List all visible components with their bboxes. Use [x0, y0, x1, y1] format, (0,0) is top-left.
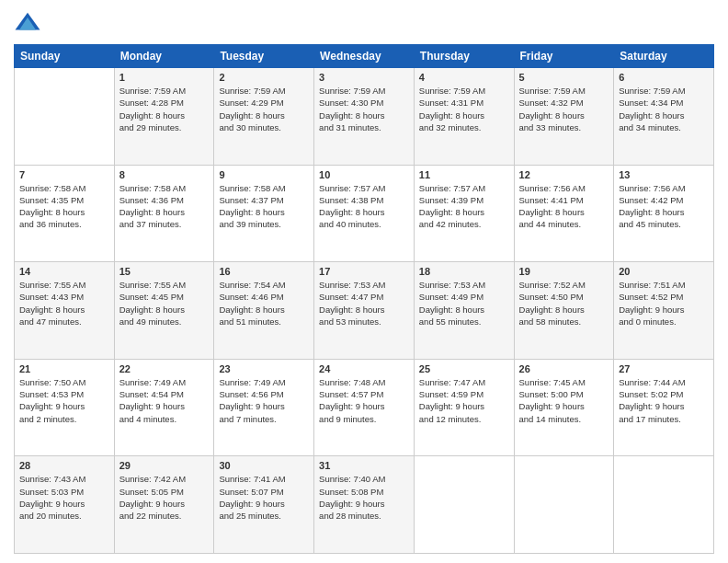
calendar-cell: 4Sunrise: 7:59 AM Sunset: 4:31 PM Daylig… [414, 68, 514, 166]
day-info: Sunrise: 7:55 AM Sunset: 4:43 PM Dayligh… [19, 279, 109, 327]
weekday-header: Wednesday [314, 45, 415, 68]
day-number: 21 [19, 363, 109, 374]
day-info: Sunrise: 7:58 AM Sunset: 4:35 PM Dayligh… [19, 182, 109, 231]
day-info: Sunrise: 7:40 AM Sunset: 5:08 PM Dayligh… [319, 473, 409, 522]
weekday-row: SundayMondayTuesdayWednesdayThursdayFrid… [15, 45, 714, 68]
day-number: 1 [119, 72, 210, 83]
calendar-cell: 28Sunrise: 7:43 AM Sunset: 5:03 PM Dayli… [15, 456, 115, 554]
weekday-header: Monday [114, 45, 214, 68]
day-number: 10 [319, 169, 409, 180]
calendar-week-row: 28Sunrise: 7:43 AM Sunset: 5:03 PM Dayli… [15, 456, 714, 554]
weekday-header: Thursday [414, 45, 514, 68]
header [14, 9, 714, 37]
calendar-cell: 3Sunrise: 7:59 AM Sunset: 4:30 PM Daylig… [314, 68, 415, 166]
page: SundayMondayTuesdayWednesdayThursdayFrid… [0, 0, 728, 563]
day-number: 8 [119, 169, 210, 180]
day-number: 4 [419, 72, 509, 83]
day-number: 25 [419, 363, 509, 374]
day-number: 13 [619, 169, 709, 180]
calendar-cell: 23Sunrise: 7:49 AM Sunset: 4:56 PM Dayli… [214, 359, 314, 456]
calendar-cell: 31Sunrise: 7:40 AM Sunset: 5:08 PM Dayli… [314, 456, 415, 554]
day-info: Sunrise: 7:59 AM Sunset: 4:30 PM Dayligh… [319, 85, 409, 133]
calendar-cell: 24Sunrise: 7:48 AM Sunset: 4:57 PM Dayli… [314, 359, 415, 456]
day-number: 12 [519, 169, 609, 180]
day-number: 5 [519, 72, 609, 83]
day-number: 2 [219, 72, 309, 83]
day-info: Sunrise: 7:53 AM Sunset: 4:49 PM Dayligh… [419, 279, 509, 327]
calendar-week-row: 14Sunrise: 7:55 AM Sunset: 4:43 PM Dayli… [15, 262, 714, 360]
day-number: 7 [19, 169, 109, 180]
calendar-cell: 12Sunrise: 7:56 AM Sunset: 4:41 PM Dayli… [514, 165, 614, 262]
day-info: Sunrise: 7:57 AM Sunset: 4:38 PM Dayligh… [319, 182, 409, 231]
calendar-cell: 5Sunrise: 7:59 AM Sunset: 4:32 PM Daylig… [514, 68, 614, 166]
calendar-cell: 26Sunrise: 7:45 AM Sunset: 5:00 PM Dayli… [514, 359, 614, 456]
calendar-cell [414, 456, 514, 554]
calendar-cell: 21Sunrise: 7:50 AM Sunset: 4:53 PM Dayli… [15, 359, 115, 456]
day-number: 26 [519, 363, 609, 374]
day-number: 17 [319, 266, 409, 277]
calendar-cell: 17Sunrise: 7:53 AM Sunset: 4:47 PM Dayli… [314, 262, 415, 360]
day-number: 3 [319, 72, 409, 83]
calendar-cell: 20Sunrise: 7:51 AM Sunset: 4:52 PM Dayli… [614, 262, 714, 360]
calendar-cell: 18Sunrise: 7:53 AM Sunset: 4:49 PM Dayli… [414, 262, 514, 360]
calendar-cell: 2Sunrise: 7:59 AM Sunset: 4:29 PM Daylig… [214, 68, 314, 166]
calendar-week-row: 1Sunrise: 7:59 AM Sunset: 4:28 PM Daylig… [15, 68, 714, 166]
day-number: 20 [619, 266, 709, 277]
day-info: Sunrise: 7:59 AM Sunset: 4:32 PM Dayligh… [519, 85, 609, 133]
day-info: Sunrise: 7:59 AM Sunset: 4:34 PM Dayligh… [619, 85, 709, 133]
calendar-cell: 11Sunrise: 7:57 AM Sunset: 4:39 PM Dayli… [414, 165, 514, 262]
day-number: 15 [119, 266, 210, 277]
day-info: Sunrise: 7:45 AM Sunset: 5:00 PM Dayligh… [519, 376, 609, 425]
day-info: Sunrise: 7:52 AM Sunset: 4:50 PM Dayligh… [519, 279, 609, 327]
day-number: 27 [619, 363, 709, 374]
day-info: Sunrise: 7:43 AM Sunset: 5:03 PM Dayligh… [19, 473, 109, 522]
day-number: 30 [219, 460, 309, 471]
day-number: 29 [119, 460, 210, 471]
day-number: 14 [19, 266, 109, 277]
calendar-body: 1Sunrise: 7:59 AM Sunset: 4:28 PM Daylig… [15, 68, 714, 554]
day-number: 16 [219, 266, 309, 277]
calendar-cell [614, 456, 714, 554]
calendar-cell: 7Sunrise: 7:58 AM Sunset: 4:35 PM Daylig… [15, 165, 115, 262]
day-info: Sunrise: 7:58 AM Sunset: 4:36 PM Dayligh… [119, 182, 210, 231]
calendar-cell: 1Sunrise: 7:59 AM Sunset: 4:28 PM Daylig… [114, 68, 214, 166]
calendar-cell: 13Sunrise: 7:56 AM Sunset: 4:42 PM Dayli… [614, 165, 714, 262]
day-info: Sunrise: 7:50 AM Sunset: 4:53 PM Dayligh… [19, 376, 109, 425]
calendar-cell: 6Sunrise: 7:59 AM Sunset: 4:34 PM Daylig… [614, 68, 714, 166]
day-number: 11 [419, 169, 509, 180]
calendar-cell: 25Sunrise: 7:47 AM Sunset: 4:59 PM Dayli… [414, 359, 514, 456]
day-info: Sunrise: 7:59 AM Sunset: 4:28 PM Dayligh… [119, 85, 210, 133]
calendar-cell: 16Sunrise: 7:54 AM Sunset: 4:46 PM Dayli… [214, 262, 314, 360]
calendar-cell: 30Sunrise: 7:41 AM Sunset: 5:07 PM Dayli… [214, 456, 314, 554]
day-info: Sunrise: 7:59 AM Sunset: 4:31 PM Dayligh… [419, 85, 509, 133]
weekday-header: Sunday [15, 45, 115, 68]
calendar-week-row: 21Sunrise: 7:50 AM Sunset: 4:53 PM Dayli… [15, 359, 714, 456]
weekday-header: Saturday [614, 45, 714, 68]
day-info: Sunrise: 7:59 AM Sunset: 4:29 PM Dayligh… [219, 85, 309, 133]
calendar-cell [514, 456, 614, 554]
day-number: 18 [419, 266, 509, 277]
day-info: Sunrise: 7:41 AM Sunset: 5:07 PM Dayligh… [219, 473, 309, 522]
day-number: 24 [319, 363, 409, 374]
day-number: 31 [319, 460, 409, 471]
calendar-cell: 14Sunrise: 7:55 AM Sunset: 4:43 PM Dayli… [15, 262, 115, 360]
day-info: Sunrise: 7:47 AM Sunset: 4:59 PM Dayligh… [419, 376, 509, 425]
day-number: 19 [519, 266, 609, 277]
calendar-cell: 27Sunrise: 7:44 AM Sunset: 5:02 PM Dayli… [614, 359, 714, 456]
calendar-cell [15, 68, 115, 166]
calendar-cell: 29Sunrise: 7:42 AM Sunset: 5:05 PM Dayli… [114, 456, 214, 554]
calendar-table: SundayMondayTuesdayWednesdayThursdayFrid… [14, 44, 714, 554]
calendar-cell: 19Sunrise: 7:52 AM Sunset: 4:50 PM Dayli… [514, 262, 614, 360]
day-info: Sunrise: 7:51 AM Sunset: 4:52 PM Dayligh… [619, 279, 709, 327]
calendar-cell: 15Sunrise: 7:55 AM Sunset: 4:45 PM Dayli… [114, 262, 214, 360]
day-info: Sunrise: 7:53 AM Sunset: 4:47 PM Dayligh… [319, 279, 409, 327]
day-info: Sunrise: 7:48 AM Sunset: 4:57 PM Dayligh… [319, 376, 409, 425]
calendar-cell: 10Sunrise: 7:57 AM Sunset: 4:38 PM Dayli… [314, 165, 415, 262]
day-info: Sunrise: 7:49 AM Sunset: 4:56 PM Dayligh… [219, 376, 309, 425]
day-info: Sunrise: 7:54 AM Sunset: 4:46 PM Dayligh… [219, 279, 309, 327]
day-info: Sunrise: 7:44 AM Sunset: 5:02 PM Dayligh… [619, 376, 709, 425]
day-info: Sunrise: 7:55 AM Sunset: 4:45 PM Dayligh… [119, 279, 210, 327]
day-info: Sunrise: 7:56 AM Sunset: 4:41 PM Dayligh… [519, 182, 609, 231]
calendar-cell: 8Sunrise: 7:58 AM Sunset: 4:36 PM Daylig… [114, 165, 214, 262]
day-number: 9 [219, 169, 309, 180]
